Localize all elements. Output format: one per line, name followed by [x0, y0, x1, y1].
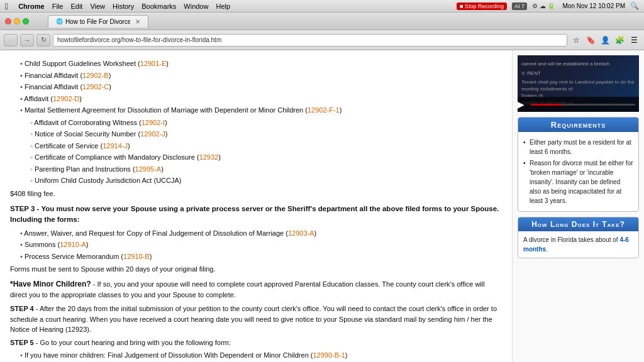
list-item: Child Support Guidelines Worksheet (1290…: [20, 58, 502, 69]
list-item: Summons (12910-A): [20, 239, 502, 250]
sub-doc-list: Affidavit of Corroborating Witness (1290…: [20, 118, 502, 186]
list-item: Uniform Child Custody Jurisdiction Act (…: [30, 175, 502, 186]
list-item: Financial Affidavit (12902-C): [20, 82, 502, 92]
chrome-menu[interactable]: Chrome: [18, 3, 45, 10]
how-long-box: How Long Does It Take? A divorce in Flor…: [518, 217, 639, 258]
how-long-header: How Long Does It Take?: [518, 217, 638, 231]
list-item: Marital Settlement Agreement for Dissolu…: [20, 105, 502, 186]
traffic-lights: [5, 18, 29, 25]
list-item: Certificate of Compliance with Mandatory…: [30, 152, 502, 163]
step5-forms-list: If you have minor children: Final Judgem…: [10, 350, 502, 362]
form-link-12910a[interactable]: 12910-A: [60, 241, 86, 248]
list-item: Notice of Social Security Number (12902-…: [30, 129, 502, 140]
toolbar-icons: ☆ 🔖 👤 🧩 ☰: [570, 34, 640, 47]
maximize-button[interactable]: [23, 18, 29, 25]
ai-badge: AI 7: [512, 3, 527, 10]
minor-children-note: *Have Minor Children? - If so, you and y…: [10, 278, 502, 300]
form-link-12914j[interactable]: 12914-J: [103, 142, 128, 150]
browser-titlebar: 🌐 How to File For Divorce in F... ✕: [0, 13, 644, 30]
main-article: Child Support Guidelines Worksheet (1290…: [0, 50, 512, 362]
file-menu[interactable]: File: [52, 3, 64, 10]
form-link-12902d[interactable]: 12902-D: [53, 95, 79, 102]
list-item: Process Service Memorandum (12910-B): [20, 251, 502, 262]
window-menu[interactable]: Window: [184, 3, 208, 10]
apple-menu[interactable]: : [5, 1, 8, 11]
mac-menubar:  Chrome File Edit View History Bookmark…: [0, 0, 644, 13]
extensions-icon[interactable]: 🧩: [613, 34, 626, 47]
form-link-12901e[interactable]: 12901-E: [140, 60, 167, 67]
star-icon[interactable]: ☆: [570, 34, 582, 47]
user-icon[interactable]: 👤: [599, 34, 611, 47]
bookmarks-menu[interactable]: Bookmarks: [142, 3, 176, 10]
list-item: Parenting Plan and Instructions (12995-A…: [30, 164, 502, 175]
step4-text: STEP 4 - After the 20 days from the init…: [10, 304, 502, 335]
list-item: Affidavit of Corroborating Witness (1290…: [30, 118, 502, 128]
requirement-item: Reason for divorce must be either for 'b…: [523, 158, 633, 206]
form-link-12903a[interactable]: 12903-A: [288, 229, 314, 237]
form-link-12995a[interactable]: 12995-A: [135, 165, 162, 173]
form-link-12910b[interactable]: 12910-B: [123, 253, 150, 260]
forward-button[interactable]: →: [20, 34, 34, 47]
minimize-button[interactable]: [14, 18, 20, 25]
search-icon[interactable]: 🔍: [630, 2, 639, 10]
tab-title: How to File For Divorce in F...: [65, 18, 130, 25]
requirements-list: Either party must be a resident for at l…: [523, 138, 633, 206]
system-icons: ⚙ ☁ 🔋: [532, 3, 555, 9]
stop-recording-btn[interactable]: ■ Stop Recording: [457, 3, 507, 10]
requirement-item: Either party must be a resident for at l…: [523, 138, 633, 156]
address-bar[interactable]: [53, 34, 567, 47]
list-item: Affidavit (12902-D): [20, 94, 502, 104]
form-link-12902c[interactable]: 12902-C: [82, 83, 109, 90]
how-long-body: A divorce in Florida takes about of 4-6 …: [518, 231, 638, 258]
step4-heading: STEP 4: [10, 305, 34, 312]
close-button[interactable]: [5, 18, 11, 25]
step5-heading: STEP 5: [10, 339, 34, 346]
requirements-header: Requirements: [518, 118, 638, 132]
tab-favicon: 🌐: [56, 18, 63, 25]
reload-button[interactable]: ↻: [36, 34, 50, 47]
list-item: Answer, Waiver, and Request for Copy of …: [20, 228, 502, 239]
form-link-12990b1[interactable]: 12990-B-1: [313, 351, 345, 359]
menu-icon[interactable]: ☰: [628, 34, 640, 47]
step5-intro: STEP 5 - Go to your court hearing and br…: [10, 337, 502, 348]
sidebar-video[interactable]: cannot and will be established a breach …: [518, 55, 639, 112]
step3-heading: STEP 3 - You must now serve your Spouse …: [10, 204, 502, 226]
how-long-text: A divorce in Florida takes about of: [523, 236, 619, 243]
form-link-12902i[interactable]: 12902-I: [142, 119, 165, 126]
menubar-right: ■ Stop Recording AI 7 ⚙ ☁ 🔋 Mon Nov 12 1…: [457, 2, 639, 10]
tab-close-btn[interactable]: ✕: [135, 18, 140, 25]
requirements-body: Either party must be a resident for at l…: [518, 132, 638, 211]
edit-menu[interactable]: Edit: [70, 3, 82, 10]
page-content: Child Support Guidelines Worksheet (1290…: [0, 50, 644, 362]
tab-bar: 🌐 How to File For Divorce in F... ✕: [43, 15, 153, 28]
datetime: Mon Nov 12 10:02 PM: [563, 3, 626, 9]
view-menu[interactable]: View: [90, 3, 105, 10]
minor-children-heading: *Have Minor Children?: [10, 280, 91, 288]
top-doc-list: Child Support Guidelines Worksheet (1290…: [10, 58, 502, 186]
browser-window: 🌐 How to File For Divorce in F... ✕ ← → …: [0, 13, 644, 362]
help-menu[interactable]: Help: [216, 3, 230, 10]
browser-toolbar: ← → ↻ ☆ 🔖 👤 🧩 ☰: [0, 30, 644, 50]
requirements-box: Requirements Either party must be a resi…: [518, 117, 639, 212]
list-item: If you have minor children: Final Judgem…: [20, 350, 502, 361]
filing-fee-text: $408 filing fee.: [10, 189, 502, 199]
active-tab[interactable]: 🌐 How to File For Divorce in F... ✕: [48, 15, 148, 28]
sidebar: cannot and will be established a breach …: [512, 50, 644, 362]
bookmark-icon[interactable]: 🔖: [584, 34, 597, 47]
form-link-12932[interactable]: 12932: [199, 153, 219, 161]
form-link-12902j[interactable]: 12902-J: [140, 130, 165, 138]
list-item: Certificate of Service (12914-J): [30, 141, 502, 151]
list-item: Financial Affidavit (12902-B): [20, 70, 502, 81]
form-link-12902b[interactable]: 12902-B: [82, 72, 109, 79]
step3-forms-list: Answer, Waiver, and Request for Copy of …: [10, 228, 502, 262]
back-button[interactable]: ←: [4, 34, 18, 47]
form-link-12902f1[interactable]: 12902-F-1: [308, 106, 340, 114]
step3-footer: Forms must be sent to Spouse within 20 d…: [10, 264, 502, 275]
history-menu[interactable]: History: [113, 3, 134, 10]
